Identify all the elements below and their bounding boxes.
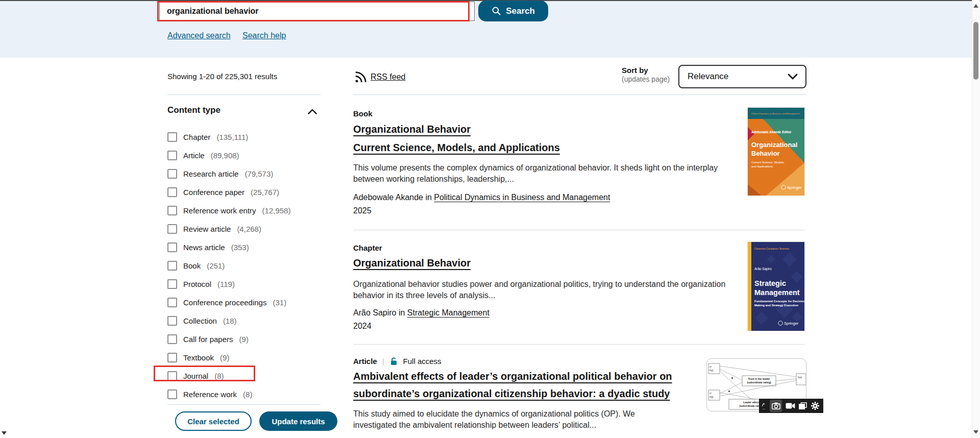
result-title-link[interactable]: Organizational Behavior xyxy=(353,124,471,135)
filter-count: (25,767) xyxy=(251,188,279,197)
sort-updates-note: (updates page) xyxy=(622,75,670,83)
filter-label: Book xyxy=(183,261,201,270)
camera-icon[interactable] xyxy=(770,400,782,412)
filter-label: Reference work entry xyxy=(183,206,256,215)
checkbox[interactable] xyxy=(167,353,177,362)
filter-row-conference-paper[interactable]: Conference paper (25,767) xyxy=(167,183,321,201)
full-access-label: Full access xyxy=(403,357,442,366)
cover-title-line: Organizational xyxy=(751,141,797,149)
filter-row-call-for-papers[interactable]: Call for papers (9) xyxy=(167,330,321,348)
content-type-heading: Content type xyxy=(167,105,220,115)
filter-row-book[interactable]: Book (251) xyxy=(167,256,321,275)
filter-count: (9) xyxy=(239,335,249,344)
advanced-search-link[interactable]: Advanced search xyxy=(167,31,231,40)
result-title-link[interactable]: Ambivalent effects of leader’s organizat… xyxy=(353,371,672,382)
checkbox[interactable] xyxy=(167,132,177,142)
rss-feed-link[interactable]: RSS feed xyxy=(371,72,405,82)
filter-label: Journal xyxy=(183,372,208,380)
checkbox[interactable] xyxy=(167,316,177,326)
result-subtitle-link[interactable]: Current Science, Models, and Application… xyxy=(353,142,560,154)
filter-row-textbook[interactable]: Textbook (9) xyxy=(167,348,321,367)
checkbox[interactable] xyxy=(167,169,177,179)
filter-label: Reference work xyxy=(183,390,237,399)
scrollbar-down-arrow[interactable] xyxy=(973,430,978,434)
filter-row-news-article[interactable]: News article (353) xyxy=(167,238,321,256)
result-year: 2024 xyxy=(353,322,372,331)
cover-subtitle-line: Making and Strategy Execution xyxy=(754,304,798,307)
search-input[interactable] xyxy=(159,2,475,21)
filter-count: (8) xyxy=(243,390,252,399)
cover-series-text: Political Dynamics in Business and Manag… xyxy=(751,112,800,115)
checkbox[interactable] xyxy=(167,206,177,215)
checkbox[interactable] xyxy=(167,261,177,271)
diagram-node-label: or xyxy=(709,392,712,395)
video-record-icon[interactable] xyxy=(786,403,795,409)
checkbox[interactable] xyxy=(167,151,177,160)
result-title-link[interactable]: subordinate’s organizational citizenship… xyxy=(353,388,670,400)
full-access-unlock-icon xyxy=(389,357,398,366)
cover-title-line: Management xyxy=(754,288,800,297)
filter-count: (79,573) xyxy=(244,169,273,178)
cover-publisher-text: Springer xyxy=(784,321,799,326)
result-snippet: Organizational behavior studies power an… xyxy=(353,279,751,301)
result-divider xyxy=(353,344,805,345)
diagram-node-label: Leader ethics xyxy=(743,401,760,404)
cover-title-line: Behavior xyxy=(751,150,780,157)
filter-count: (4,268) xyxy=(237,225,261,233)
cover-author-text: Arão Sapiro xyxy=(754,267,772,271)
result-authors: Arão Sapiro xyxy=(353,308,397,317)
diagram-node-label: ing) xyxy=(709,369,714,372)
sort-by-label: Sort by xyxy=(622,66,648,75)
search-button[interactable]: Search xyxy=(478,1,548,21)
sort-dropdown[interactable]: Relevance xyxy=(678,65,806,88)
result-byline: Adebowale Akande in Political Dynamics i… xyxy=(353,193,610,202)
rss-icon xyxy=(354,70,368,86)
copy-pages-icon[interactable] xyxy=(799,402,807,410)
search-help-link[interactable]: Search help xyxy=(242,31,286,40)
cover-subtitle-line: Current Science, Models, xyxy=(751,161,785,164)
gear-icon[interactable] xyxy=(811,401,820,410)
cover-title-line: Strategic xyxy=(754,279,786,287)
filter-row-research-article[interactable]: Research article (79,573) xyxy=(167,164,321,183)
result-title-link[interactable]: Organizational Behavior xyxy=(353,257,471,269)
checkbox[interactable] xyxy=(167,242,177,252)
vertical-scrollbar-thumb[interactable] xyxy=(973,22,978,80)
cover-author-text: Adebowale Akande Editor xyxy=(751,130,792,134)
collapse-chevron-up-icon[interactable] xyxy=(307,108,317,117)
checkbox[interactable] xyxy=(167,390,177,399)
checkbox[interactable] xyxy=(167,187,177,197)
filter-row-reference-work[interactable]: Reference work (8) xyxy=(167,385,321,403)
checkbox[interactable] xyxy=(167,224,177,234)
result-container-link[interactable]: Political Dynamics in Business and Manag… xyxy=(434,193,610,202)
filter-count: (251) xyxy=(207,261,225,270)
filter-label: Protocol xyxy=(183,280,211,288)
book-cover-thumbnail[interactable]: Classroom Companion: Business Arão Sapir… xyxy=(748,242,804,331)
update-results-button[interactable]: Update results xyxy=(259,411,337,431)
scrollbar-up-arrow[interactable] xyxy=(973,4,978,8)
checkbox[interactable] xyxy=(167,279,177,289)
filter-row-review-article[interactable]: Review article (4,268) xyxy=(167,220,321,238)
filter-row-collection[interactable]: Collection (18) xyxy=(167,311,321,330)
filter-label: Chapter xyxy=(183,133,210,141)
filter-count: (12,958) xyxy=(262,206,291,215)
checkbox[interactable] xyxy=(167,298,177,307)
filter-label: Article xyxy=(183,151,205,160)
sidebar-divider-bottom xyxy=(167,404,321,405)
filter-row-journal[interactable]: Journal (8) xyxy=(167,367,321,385)
filter-row-conference-proceedings[interactable]: Conference proceedings (31) xyxy=(167,293,321,311)
checkbox[interactable] xyxy=(167,371,177,381)
filter-row-protocol[interactable]: Protocol (119) xyxy=(167,275,321,293)
book-cover-thumbnail[interactable]: Political Dynamics in Business and Manag… xyxy=(748,108,804,196)
checkbox[interactable] xyxy=(167,334,177,344)
filter-label: Conference paper xyxy=(183,188,244,197)
filter-row-article[interactable]: Article (89,908) xyxy=(167,146,321,164)
filter-row-chapter[interactable]: Chapter (135,111) xyxy=(167,128,321,146)
share-icon[interactable]: ... xyxy=(762,403,766,409)
result-snippet: This volume presents the complex dynamic… xyxy=(353,162,746,185)
filter-row-reference-work-entry[interactable]: Reference work entry (12,958) xyxy=(167,201,321,220)
result-authors: Adebowale Akande xyxy=(353,193,423,202)
cover-subtitle-line: and Applications xyxy=(751,165,773,168)
results-summary: Showing 1-20 of 225,301 results xyxy=(167,72,277,81)
clear-selected-button[interactable]: Clear selected xyxy=(175,411,252,431)
result-container-link[interactable]: Strategic Management xyxy=(407,308,489,317)
